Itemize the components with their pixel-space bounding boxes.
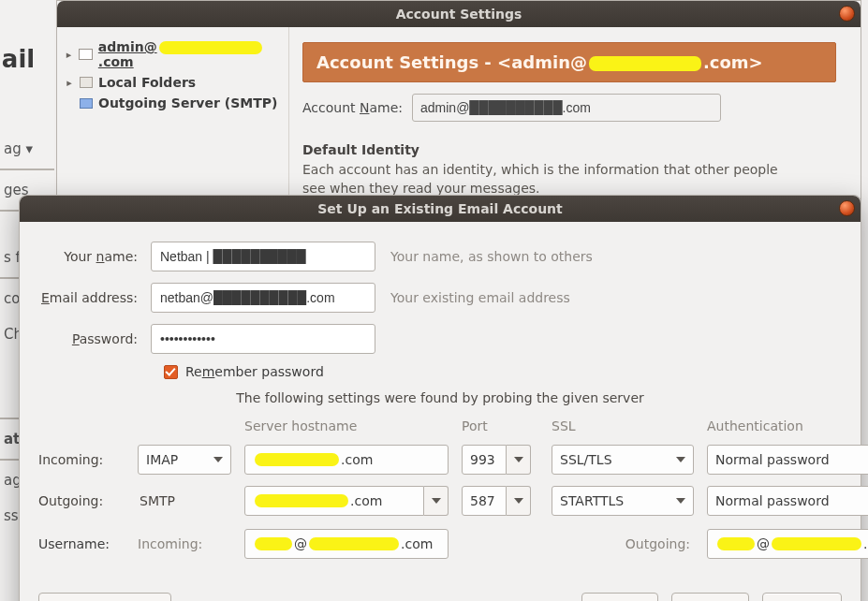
col-server-hostname: Server hostname — [244, 418, 449, 433]
chevron-down-icon — [514, 498, 523, 504]
chevron-right-icon[interactable]: ▸ — [65, 49, 73, 61]
default-identity-head: Default Identity — [302, 142, 836, 157]
username-outgoing-label: Outgoing: — [552, 536, 694, 551]
incoming-label: Incoming: — [38, 452, 125, 467]
username-outgoing-input[interactable]: @.com — [707, 529, 868, 559]
username-incoming-input[interactable]: @.com — [244, 529, 449, 559]
your-name-label: Your name: — [38, 249, 151, 264]
email-label: Email address: — [38, 290, 151, 305]
server-icon — [80, 98, 93, 109]
account-settings-title: Account Settings — [396, 7, 522, 22]
tree-local-folders-label: Local Folders — [98, 75, 196, 90]
your-name-input[interactable] — [151, 242, 375, 271]
outgoing-protocol-value: SMTP — [138, 493, 231, 508]
chevron-right-icon[interactable]: ▸ — [65, 77, 74, 89]
outgoing-hostname-dropdown[interactable] — [424, 486, 449, 516]
incoming-hostname-input[interactable]: .com — [244, 445, 449, 475]
col-auth: Authentication — [707, 418, 868, 433]
setup-email-dialog: Set Up an Existing Email Account Your na… — [19, 195, 861, 601]
probe-message: The following settings were found by pro… — [38, 390, 842, 405]
your-name-hint: Your name, as shown to others — [390, 249, 593, 264]
setup-title: Set Up an Existing Email Account — [317, 201, 563, 216]
tree-local-folders-row[interactable]: ▸ Local Folders — [63, 72, 283, 93]
mail-account-icon — [79, 49, 93, 60]
advanced-config-button[interactable]: Advanced config — [38, 593, 171, 601]
tree-account-row[interactable]: ▸ admin@.com — [63, 37, 283, 72]
close-icon[interactable] — [839, 200, 855, 216]
folders-icon — [80, 77, 93, 88]
outgoing-port-dropdown[interactable] — [507, 486, 531, 516]
email-input[interactable] — [151, 283, 375, 313]
username-label: Username: — [38, 536, 125, 551]
incoming-port-dropdown[interactable] — [507, 445, 531, 475]
retest-button[interactable]: Re-test — [671, 593, 749, 601]
incoming-protocol-select[interactable]: IMAP — [138, 445, 231, 475]
account-banner: Account Settings - <admin@.com> — [302, 42, 836, 82]
chevron-down-icon — [213, 457, 223, 462]
username-incoming-label: Incoming: — [138, 536, 231, 551]
outgoing-label: Outgoing: — [38, 493, 125, 508]
outgoing-ssl-select[interactable]: STARTTLS — [552, 486, 694, 516]
incoming-auth-select[interactable]: Normal password — [707, 445, 868, 475]
password-input[interactable] — [151, 324, 375, 354]
setup-titlebar[interactable]: Set Up an Existing Email Account — [20, 196, 861, 222]
chevron-down-icon — [676, 457, 685, 462]
chevron-down-icon — [432, 498, 441, 504]
incoming-ssl-select[interactable]: SSL/TLS — [552, 445, 694, 475]
bg-title: Mail — [0, 45, 35, 73]
outgoing-auth-select[interactable]: Normal password — [707, 486, 868, 516]
incoming-protocol-value: IMAP — [146, 452, 178, 467]
account-name-input[interactable] — [412, 94, 721, 122]
remember-password-checkbox[interactable] — [164, 365, 178, 379]
chevron-down-icon — [676, 498, 685, 504]
email-hint: Your existing email address — [390, 290, 570, 305]
incoming-port-input[interactable]: 993 — [462, 445, 507, 475]
tree-smtp-row[interactable]: Outgoing Server (SMTP) — [63, 93, 283, 113]
cancel-button[interactable]: Cancel — [581, 593, 658, 601]
outgoing-hostname-input[interactable]: .com — [244, 486, 424, 516]
remember-password-label: Remember password — [185, 364, 324, 379]
close-icon[interactable] — [839, 6, 855, 22]
done-button[interactable]: Done — [762, 593, 842, 601]
col-ssl: SSL — [552, 418, 694, 433]
password-label: Password: — [38, 331, 151, 346]
outgoing-port-input[interactable]: 587 — [462, 486, 507, 516]
tree-smtp-label: Outgoing Server (SMTP) — [98, 95, 277, 110]
chevron-down-icon — [514, 457, 523, 462]
col-port: Port — [462, 418, 538, 433]
default-identity-desc: Each account has an identity, which is t… — [302, 161, 789, 198]
account-settings-titlebar[interactable]: Account Settings — [57, 1, 861, 27]
account-name-label: Account Name: — [302, 100, 403, 115]
